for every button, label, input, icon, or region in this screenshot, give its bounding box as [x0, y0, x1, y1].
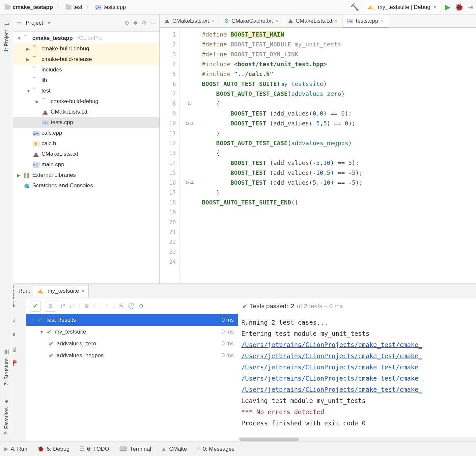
run-gutter-icon[interactable]: ↻ — [187, 101, 192, 107]
breadcrumb-leaf[interactable]: C++ tests.cpp — [93, 3, 128, 12]
file-icon: C++ — [33, 131, 39, 135]
tree-row[interactable]: Scratches and Consoles — [13, 180, 159, 191]
editor-tab[interactable]: CMakeLists.txt× — [160, 14, 219, 27]
tree-label: CMakeLists.txt — [42, 151, 78, 157]
svg-text:H: H — [35, 142, 37, 146]
tree-row[interactable]: C++tests.cpp — [13, 117, 159, 128]
editor-tab[interactable]: ⚙CMakeCache.txt× — [219, 14, 283, 27]
gear-icon[interactable]: ⚙ — [139, 303, 144, 309]
sb-messages[interactable]: ≡0: Messages — [197, 446, 234, 452]
locate-icon[interactable]: ⊕ — [125, 19, 129, 26]
console-output[interactable]: Running 2 test cases...Entering test mod… — [238, 314, 476, 437]
file-icon — [42, 99, 48, 104]
hide-icon[interactable]: — — [151, 20, 156, 26]
run-gutter-icon[interactable]: ↻ — [185, 121, 189, 126]
tree-row[interactable]: C++main.cpp — [13, 159, 159, 170]
tree-row[interactable]: CMakeLists.txt — [13, 149, 159, 159]
tree-row[interactable]: ▶cmake-build-debug — [13, 43, 159, 54]
svg-rect-17 — [25, 173, 26, 178]
show-ignored-button[interactable]: ⊘ — [45, 301, 56, 312]
breadcrumb-root[interactable]: cmake_testapp — [3, 3, 55, 12]
debug-icon[interactable]: 🐞 — [455, 3, 463, 12]
console-line[interactable]: /Users/jetbrains/CLionProjects/cmake_tes… — [241, 373, 473, 384]
close-icon[interactable]: × — [335, 18, 338, 24]
file-icon — [33, 46, 39, 51]
close-icon[interactable]: × — [82, 288, 84, 294]
tree-row[interactable]: ▼test — [13, 86, 159, 96]
run-config-label: my_testsuite | Debug — [378, 4, 430, 11]
tab-label: tests.cpp — [356, 18, 378, 24]
svg-rect-16 — [24, 173, 25, 178]
next-icon[interactable]: ↓ — [112, 303, 115, 309]
sb-cmake[interactable]: ▲CMake — [161, 446, 187, 452]
tree-row[interactable]: C++calc.cpp — [13, 128, 159, 138]
sb-todo[interactable]: ☲6: TODO — [79, 445, 109, 452]
tree-row[interactable]: ▶cmake-build-release — [13, 54, 159, 65]
test-row[interactable]: ✔addvalues_negpos0 ms — [26, 350, 238, 362]
tests-tree[interactable]: ▼✔Test Results0 ms▼✔my_testsuite0 ms✔add… — [26, 314, 238, 442]
prev-icon[interactable]: ↑ — [106, 303, 109, 309]
sb-debug[interactable]: 🐞5: Debug — [37, 445, 70, 452]
horizontal-scrollbar[interactable] — [238, 437, 476, 442]
tree-row[interactable]: ▶External Libraries — [13, 170, 159, 180]
cmake-icon: ▲ — [161, 446, 167, 452]
close-icon[interactable]: × — [275, 18, 278, 24]
console-line[interactable]: /Users/jetbrains/CLionProjects/cmake_tes… — [241, 339, 473, 350]
collapse-all-icon[interactable]: ≑ — [133, 19, 138, 26]
close-icon[interactable]: × — [381, 18, 383, 24]
status-bar: ▶4: Run 🐞5: Debug ☲6: TODO ⌨Terminal ▲CM… — [0, 442, 476, 456]
console-line[interactable]: /Users/jetbrains/CLionProjects/cmake_tes… — [241, 350, 473, 362]
tree-label: Scratches and Consoles — [32, 182, 93, 189]
project-tool-title[interactable]: Project — [26, 20, 43, 26]
run-gutter-icon[interactable]: ↻ — [185, 180, 189, 186]
test-row[interactable]: ✔addvalues_zero0 ms — [26, 338, 238, 350]
rail-project[interactable]: 1: Project▭ — [3, 14, 10, 59]
gear-icon[interactable]: ⚙ — [142, 19, 147, 26]
project-tool-icon: ▭ — [3, 21, 10, 27]
expand-all-icon[interactable]: ≣ — [84, 303, 89, 309]
console-column: ✔ Tests passed: 2 of 2 tests – 0 ms Runn… — [238, 298, 476, 442]
console-line[interactable]: /Users/jetbrains/CLionProjects/cmake_tes… — [241, 384, 473, 395]
hammer-build-icon[interactable]: 🔨 — [350, 3, 359, 12]
diff-icon: ⇄ — [190, 180, 194, 185]
breadcrumb-mid[interactable]: test — [64, 3, 84, 12]
folder-icon — [66, 5, 71, 10]
chevron-down-icon[interactable]: ▼ — [47, 21, 51, 25]
console-line: Running 2 test cases... — [241, 317, 473, 328]
rail-structure-2[interactable]: 7: Structure▥ — [0, 343, 13, 392]
boost-test-icon: ◢BT — [37, 287, 45, 294]
breadcrumb-root-label: cmake_testapp — [13, 4, 53, 11]
tree-row[interactable]: includes — [13, 65, 159, 75]
close-icon[interactable]: × — [211, 18, 214, 24]
editor-tab[interactable]: CMakeLists.txt× — [283, 14, 343, 27]
tree-row[interactable]: lib — [13, 75, 159, 86]
run-config-area: 🔨 ◢BT my_testsuite | Debug ▼ ▶ 🐞 ⇥ — [350, 2, 473, 12]
editor-tab[interactable]: C++tests.cpp× — [343, 14, 388, 27]
test-duration: 0 ms — [222, 317, 234, 323]
tree-label: calc.cpp — [42, 130, 62, 136]
sb-run[interactable]: ▶4: Run — [4, 445, 27, 452]
tree-row[interactable]: ▶cmake-build-debug — [13, 96, 159, 107]
tree-label: cmake-build-debug — [51, 98, 98, 105]
project-tool-header: ▭ Project ▼ ⊕ ≑ ⚙ — — [13, 14, 159, 32]
console-line[interactable]: /Users/jetbrains/CLionProjects/cmake_tes… — [241, 362, 473, 373]
terminal-icon: ⌨ — [119, 445, 127, 452]
export-icon[interactable]: ⇱ — [119, 303, 124, 309]
test-row[interactable]: ▼✔Test Results0 ms — [26, 314, 238, 326]
sort-alpha-icon[interactable]: ↓ᴬ — [60, 303, 65, 309]
tree-row[interactable]: CMakeLists.txt — [13, 107, 159, 117]
tree-row[interactable]: Hcalc.h — [13, 138, 159, 149]
collapse-all-icon[interactable]: ≡ — [93, 303, 96, 309]
sb-terminal[interactable]: ⌨Terminal — [119, 445, 151, 452]
rail-favorites[interactable]: 2: Favorites★ — [0, 392, 13, 442]
run-with-coverage-icon[interactable]: ⇥ — [467, 3, 473, 12]
test-row[interactable]: ▼✔my_testsuite0 ms — [26, 326, 238, 338]
tree-label: calc.h — [42, 140, 56, 147]
history-icon[interactable]: 🕘 — [128, 303, 135, 309]
show-passed-button[interactable]: ✔ — [30, 301, 41, 312]
run-tab[interactable]: ◢BT my_testsuite × — [33, 285, 89, 296]
tree-row[interactable]: ▼cmake_testapp ~/CLionPro — [13, 33, 159, 43]
sort-duration-icon[interactable]: ↓≡ — [69, 303, 75, 309]
run-icon[interactable]: ▶ — [445, 3, 451, 12]
run-config-selector[interactable]: ◢BT my_testsuite | Debug ▼ — [363, 2, 441, 12]
